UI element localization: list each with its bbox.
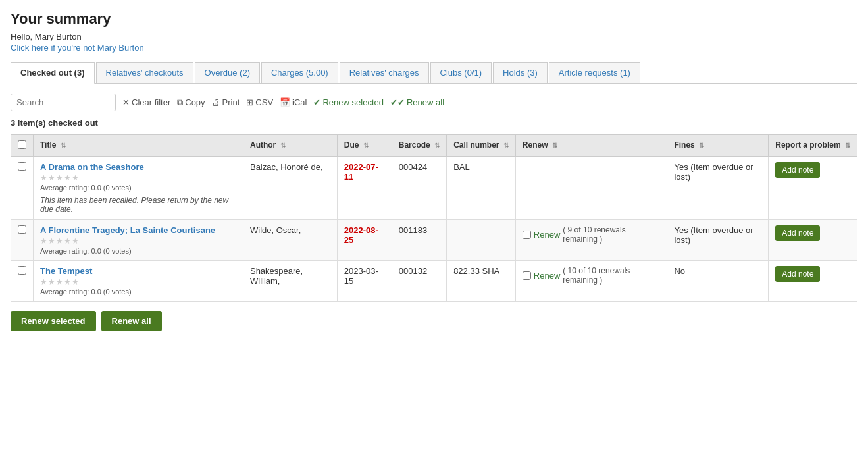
sort-icon[interactable]: ⇅ — [280, 142, 286, 149]
col-title: Title ⇅ — [34, 135, 243, 157]
row-title-cell: A Florentine Tragedy; La Sainte Courtisa… — [34, 220, 243, 261]
renew-link[interactable]: Renew — [534, 271, 560, 281]
tab-overdue[interactable]: Overdue (2) — [195, 62, 260, 83]
sort-icon[interactable]: ⇅ — [699, 142, 704, 149]
add-note-button[interactable]: Add note — [775, 162, 820, 178]
add-note-button[interactable]: Add note — [775, 225, 820, 241]
star-icon[interactable]: ★ — [64, 173, 71, 182]
due-date: 2022-08-25 — [344, 225, 378, 245]
star-icon[interactable]: ★ — [64, 236, 71, 246]
table-row: A Drama on the Seashore★★★★★Average rati… — [11, 157, 857, 220]
checkmark-icon: ✔ — [313, 97, 320, 107]
copy-icon: ⧉ — [177, 97, 183, 108]
star-icon[interactable]: ★ — [64, 277, 71, 286]
star-icon[interactable]: ★ — [40, 236, 47, 246]
row-barcode-cell: 000424 — [392, 157, 446, 220]
not-you-link[interactable]: Click here if you're not Mary Burton — [11, 43, 144, 53]
sort-icon[interactable]: ⇅ — [61, 142, 66, 149]
row-barcode-cell: 001183 — [392, 220, 446, 261]
col-fines: Fines ⇅ — [667, 135, 769, 157]
add-note-button[interactable]: Add note — [775, 266, 820, 282]
tabs-container: Checked out (3)Relatives' checkoutsOverd… — [11, 62, 857, 84]
sort-icon[interactable]: ⇅ — [552, 142, 557, 149]
renew-checkbox[interactable] — [523, 231, 531, 239]
average-rating: Average rating: 0.0 (0 votes) — [40, 247, 236, 255]
star-icon[interactable]: ★ — [56, 236, 63, 246]
star-icon[interactable]: ★ — [40, 173, 47, 182]
row-barcode-cell: 000132 — [392, 261, 446, 302]
star-icon[interactable]: ★ — [48, 173, 55, 182]
row-report-cell: Add note — [769, 157, 857, 220]
renew-all-button-top[interactable]: ✔✔ Renew all — [390, 97, 444, 107]
sort-icon[interactable]: ⇅ — [503, 142, 509, 149]
row-fines-cell: No — [667, 261, 769, 302]
copy-button[interactable]: ⧉ Copy — [177, 97, 205, 108]
star-icon[interactable]: ★ — [56, 173, 63, 182]
ical-button[interactable]: 📅 iCal — [280, 97, 307, 107]
tab-holds[interactable]: Holds (3) — [493, 62, 548, 83]
col-renew: Renew ⇅ — [515, 135, 667, 157]
tab-charges[interactable]: Charges (5.00) — [261, 62, 338, 83]
csv-icon: ⊞ — [246, 97, 253, 107]
tab-relatives-checkouts[interactable]: Relatives' checkouts — [96, 62, 193, 83]
col-checkbox — [11, 135, 34, 157]
renew-checkbox[interactable] — [523, 271, 531, 280]
clear-filter-button[interactable]: ✕ Clear filter — [122, 97, 170, 107]
row-due-cell: 2023-03-15 — [337, 261, 392, 302]
row-author-cell: Wilde, Oscar, — [243, 220, 337, 261]
search-input[interactable] — [11, 94, 116, 111]
star-rating: ★★★★★ — [40, 277, 236, 286]
star-rating: ★★★★★ — [40, 236, 236, 246]
toolbar: ✕ Clear filter ⧉ Copy 🖨 Print ⊞ CSV 📅 iC… — [11, 94, 857, 111]
checkouts-table: Title ⇅Author ⇅Due ⇅Barcode ⇅Call number… — [11, 134, 857, 302]
table-row: The Tempest★★★★★Average rating: 0.0 (0 v… — [11, 261, 857, 302]
tab-checked-out[interactable]: Checked out (3) — [11, 62, 95, 84]
star-icon[interactable]: ★ — [72, 236, 79, 246]
sort-icon[interactable]: ⇅ — [434, 142, 440, 149]
star-icon[interactable]: ★ — [72, 173, 79, 182]
star-icon[interactable]: ★ — [48, 236, 55, 246]
title-link[interactable]: A Florentine Tragedy; La Sainte Courtisa… — [40, 225, 215, 235]
col-call_number: Call number ⇅ — [447, 135, 516, 157]
csv-button[interactable]: ⊞ CSV — [246, 97, 273, 107]
row-renew-cell: Renew ( 10 of 10 renewals remaining ) — [515, 261, 667, 302]
col-due: Due ⇅ — [337, 135, 392, 157]
greeting: Hello, Mary Burton — [11, 32, 857, 41]
row-fines-cell: Yes (Item overdue or lost) — [667, 157, 769, 220]
sort-icon[interactable]: ⇅ — [845, 142, 850, 149]
row-call-number-cell — [447, 220, 516, 261]
star-icon[interactable]: ★ — [56, 277, 63, 286]
due-date: 2023-03-15 — [344, 266, 378, 286]
renew-link[interactable]: Renew — [534, 230, 560, 240]
double-checkmark-icon: ✔✔ — [390, 97, 405, 107]
renew-remaining: ( 10 of 10 renewals remaining ) — [563, 266, 660, 285]
tab-clubs[interactable]: Clubs (0/1) — [430, 62, 492, 83]
star-icon[interactable]: ★ — [40, 277, 47, 286]
calendar-icon: 📅 — [280, 97, 290, 107]
row-author-cell: Shakespeare, William, — [243, 261, 337, 302]
renew-selected-button-bottom[interactable]: Renew selected — [11, 311, 96, 331]
title-link[interactable]: The Tempest — [40, 266, 92, 276]
row-due-cell: 2022-08-25 — [337, 220, 392, 261]
sort-icon[interactable]: ⇅ — [363, 142, 369, 149]
renew-selected-button-top[interactable]: ✔ Renew selected — [313, 97, 384, 107]
print-button[interactable]: 🖨 Print — [212, 97, 240, 107]
row-report-cell: Add note — [769, 220, 857, 261]
x-icon: ✕ — [122, 97, 130, 107]
row-checkbox[interactable] — [18, 266, 26, 275]
title-link[interactable]: A Drama on the Seashore — [40, 162, 144, 172]
star-icon[interactable]: ★ — [48, 277, 55, 286]
row-renew-cell: Renew ( 9 of 10 renewals remaining ) — [515, 220, 667, 261]
row-checkbox[interactable] — [18, 162, 26, 171]
star-icon[interactable]: ★ — [72, 277, 79, 286]
row-checkbox[interactable] — [18, 225, 26, 234]
tab-article-requests[interactable]: Article requests (1) — [549, 62, 640, 83]
tab-relatives-charges[interactable]: Relatives' charges — [340, 62, 429, 83]
row-checkbox-cell — [11, 261, 34, 302]
row-call-number-cell: 822.33 SHA — [447, 261, 516, 302]
select-all-checkbox[interactable] — [18, 140, 26, 149]
print-icon: 🖨 — [212, 97, 220, 107]
col-barcode: Barcode ⇅ — [392, 135, 446, 157]
renew-all-button-bottom[interactable]: Renew all — [101, 311, 162, 331]
row-title-cell: A Drama on the Seashore★★★★★Average rati… — [34, 157, 243, 220]
